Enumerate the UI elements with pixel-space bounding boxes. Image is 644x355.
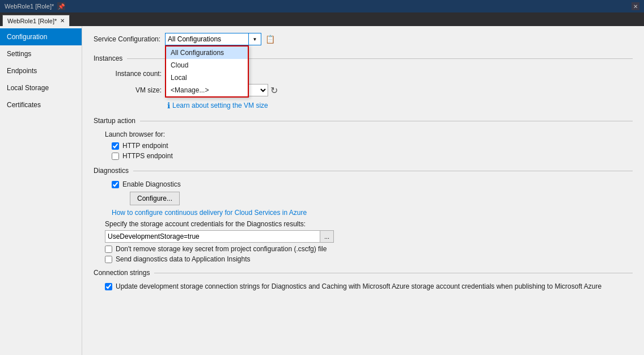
dropdown-item-all-configs[interactable]: All Configurations	[166, 47, 248, 59]
connection-strings-section: Connection strings Update development st…	[94, 269, 633, 290]
refresh-icon: ↻	[270, 86, 278, 95]
http-endpoint-label: HTTP endpoint	[122, 142, 168, 150]
title-bar: WebRole1 [Role]* 📌 ✕	[0, 0, 644, 12]
chevron-down-icon: ▼	[253, 37, 257, 42]
dont-remove-checkbox[interactable]	[105, 246, 112, 253]
sidebar-local-storage-label: Local Storage	[7, 84, 49, 92]
sidebar-configuration-label: Configuration	[7, 33, 47, 41]
update-connection-strings-row: Update development storage connection st…	[105, 282, 633, 290]
storage-account-input[interactable]	[105, 230, 320, 243]
enable-diagnostics-checkbox[interactable]	[112, 181, 119, 188]
service-config-dropdown-menu: All Configurations Cloud Local <Manage..…	[165, 45, 249, 98]
service-config-label: Service Configuration:	[94, 35, 160, 43]
instance-count-label: Instance count:	[105, 70, 162, 78]
sidebar-item-local-storage[interactable]: Local Storage	[0, 79, 82, 96]
tab-label: WebRole1 [Role]*	[7, 18, 57, 24]
close-button[interactable]: ✕	[632, 2, 639, 10]
storage-account-label: Specify the storage account credentials …	[105, 220, 633, 228]
instances-section-label: Instances	[94, 54, 122, 62]
sidebar: Configuration Settings Endpoints Local S…	[0, 26, 82, 355]
storage-input-row: ...	[105, 230, 633, 243]
enable-diagnostics-label: Enable Diagnostics	[122, 180, 181, 188]
pin-button[interactable]: 📌	[57, 2, 65, 10]
vm-size-label: VM size:	[105, 86, 162, 94]
enable-diagnostics-row: Enable Diagnostics	[112, 180, 633, 188]
sidebar-item-certificates[interactable]: Certificates	[0, 96, 82, 113]
diagnostics-section-header: Diagnostics	[94, 167, 633, 175]
sidebar-item-settings[interactable]: Settings	[0, 45, 82, 62]
update-connection-strings-checkbox[interactable]	[105, 283, 112, 290]
learn-vm-size-link[interactable]: Learn about setting the VM size	[172, 102, 268, 109]
https-endpoint-label: HTTPS endpoint	[122, 152, 173, 160]
info-icon: ℹ	[167, 101, 170, 110]
title-bar-text: WebRole1 [Role]*	[5, 3, 54, 10]
dont-remove-row: Don't remove storage key secret from pro…	[105, 245, 633, 253]
storage-browse-button[interactable]: ...	[320, 230, 334, 243]
http-endpoint-row: HTTP endpoint	[112, 142, 633, 150]
copy-icon: 📋	[265, 35, 275, 44]
connection-strings-label: Connection strings	[94, 269, 150, 277]
startup-action-section: Startup action Launch browser for: HTTP …	[94, 117, 633, 160]
tab-close-button[interactable]: ✕	[60, 18, 65, 24]
diagnostics-label: Diagnostics	[94, 167, 129, 175]
sidebar-item-endpoints[interactable]: Endpoints	[0, 62, 82, 79]
sidebar-item-configuration[interactable]: Configuration	[0, 28, 82, 45]
send-insights-row: Send diagnostics data to Application Ins…	[105, 255, 633, 263]
dropdown-item-cloud[interactable]: Cloud	[166, 59, 248, 71]
https-endpoint-row: HTTPS endpoint	[112, 152, 633, 160]
sidebar-endpoints-label: Endpoints	[7, 67, 37, 75]
sidebar-settings-label: Settings	[7, 50, 31, 58]
launch-browser-label: Launch browser for:	[105, 130, 633, 138]
main-container: Configuration Settings Endpoints Local S…	[0, 26, 644, 355]
continuous-delivery-link[interactable]: How to configure continuous delivery for…	[112, 209, 633, 217]
dropdown-item-manage[interactable]: <Manage...>	[166, 84, 248, 96]
dropdown-item-local[interactable]: Local	[166, 71, 248, 84]
update-connection-strings-label: Update development storage connection st…	[116, 282, 601, 290]
diagnostics-section: Diagnostics Enable Diagnostics Configure…	[94, 167, 633, 263]
send-insights-checkbox[interactable]	[105, 256, 112, 263]
send-insights-label: Send diagnostics data to Application Ins…	[116, 255, 251, 263]
http-endpoint-checkbox[interactable]	[112, 142, 119, 150]
service-config-select[interactable]: All Configurations Cloud Local <Manage..…	[165, 33, 249, 45]
startup-action-label: Startup action	[94, 117, 135, 125]
webrole-tab[interactable]: WebRole1 [Role]* ✕	[2, 15, 70, 26]
tab-bar: WebRole1 [Role]* ✕	[0, 12, 644, 26]
config-dropdown-wrapper: All Configurations Cloud Local <Manage..…	[165, 33, 261, 45]
dont-remove-label: Don't remove storage key secret from pro…	[116, 245, 327, 253]
service-config-row: Service Configuration: All Configuration…	[94, 33, 633, 45]
config-dropdown-arrow[interactable]: ▼	[249, 33, 261, 45]
connection-strings-header: Connection strings	[94, 269, 633, 277]
learn-link-row: ℹ Learn about setting the VM size	[167, 101, 633, 110]
title-bar-left: WebRole1 [Role]* 📌	[5, 2, 65, 10]
configure-button[interactable]: Configure...	[130, 192, 180, 205]
startup-action-header: Startup action	[94, 117, 633, 125]
title-bar-controls: ✕	[632, 2, 639, 10]
sidebar-certificates-label: Certificates	[7, 101, 41, 109]
content-area: Service Configuration: All Configuration…	[82, 26, 644, 355]
copy-config-button[interactable]: 📋	[264, 33, 276, 45]
vm-size-refresh-button[interactable]: ↻	[270, 85, 278, 96]
https-endpoint-checkbox[interactable]	[112, 153, 119, 160]
